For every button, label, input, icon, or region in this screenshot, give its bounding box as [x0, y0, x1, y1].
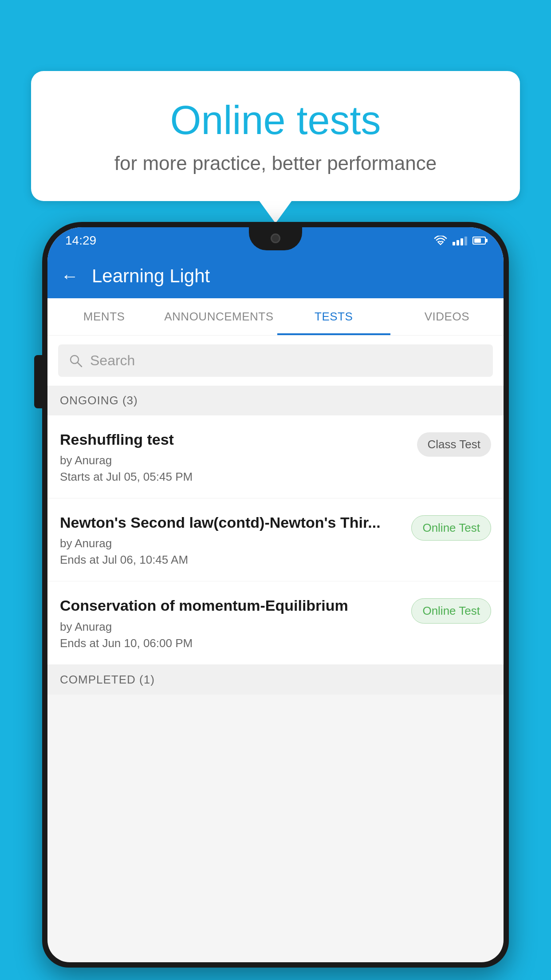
signal-icon	[453, 236, 467, 245]
search-container: Search	[47, 336, 504, 386]
test-badge-3: Online Test	[411, 598, 491, 624]
ongoing-section-header: ONGOING (3)	[47, 386, 504, 415]
test-time-2: Ends at Jul 06, 10:45 AM	[60, 553, 402, 567]
completed-section-header: COMPLETED (1)	[47, 665, 504, 695]
search-placeholder: Search	[90, 352, 135, 369]
wifi-icon	[434, 236, 447, 245]
speech-bubble-subtitle: for more practice, better performance	[67, 152, 484, 174]
phone-screen: 14:29	[47, 227, 504, 962]
app-title: Learning Light	[92, 265, 210, 287]
test-badge-2: Online Test	[411, 515, 491, 541]
test-list: Reshuffling test by Anurag Starts at Jul…	[47, 415, 504, 665]
tab-ments[interactable]: MENTS	[47, 298, 161, 335]
back-button[interactable]: ←	[61, 266, 79, 286]
speech-bubble-title: Online tests	[67, 98, 484, 143]
speech-bubble: Online tests for more practice, better p…	[31, 71, 520, 201]
tabs-container: MENTS ANNOUNCEMENTS TESTS VIDEOS	[47, 298, 504, 336]
speech-bubble-container: Online tests for more practice, better p…	[31, 71, 520, 201]
status-icons	[434, 236, 486, 245]
test-time-1: Starts at Jul 05, 05:45 PM	[60, 470, 408, 484]
status-time: 14:29	[65, 233, 96, 248]
phone-container: 14:29	[42, 222, 509, 980]
test-name-3: Conservation of momentum-Equilibrium	[60, 596, 402, 615]
test-time-3: Ends at Jun 10, 06:00 PM	[60, 636, 402, 650]
tab-tests[interactable]: TESTS	[277, 298, 390, 335]
test-info-3: Conservation of momentum-Equilibrium by …	[60, 596, 411, 650]
test-item-1[interactable]: Reshuffling test by Anurag Starts at Jul…	[47, 415, 504, 498]
battery-icon	[472, 237, 486, 245]
test-name-2: Newton's Second law(contd)-Newton's Thir…	[60, 513, 402, 532]
test-item-2[interactable]: Newton's Second law(contd)-Newton's Thir…	[47, 498, 504, 581]
search-bar[interactable]: Search	[58, 344, 493, 377]
battery-fill	[474, 238, 481, 243]
test-author-3: by Anurag	[60, 620, 402, 634]
phone-notch	[249, 227, 302, 250]
test-info-2: Newton's Second law(contd)-Newton's Thir…	[60, 513, 411, 567]
test-badge-1: Class Test	[417, 432, 491, 457]
status-bar: 14:29	[47, 227, 504, 254]
test-item-3[interactable]: Conservation of momentum-Equilibrium by …	[47, 581, 504, 664]
search-icon	[69, 354, 83, 368]
phone-frame: 14:29	[42, 222, 509, 968]
camera	[271, 233, 280, 243]
app-header: ← Learning Light	[47, 254, 504, 298]
svg-line-1	[78, 363, 82, 367]
test-author-1: by Anurag	[60, 454, 408, 467]
test-author-2: by Anurag	[60, 537, 402, 550]
tab-videos[interactable]: VIDEOS	[390, 298, 504, 335]
test-info-1: Reshuffling test by Anurag Starts at Jul…	[60, 430, 417, 484]
tab-announcements[interactable]: ANNOUNCEMENTS	[161, 298, 277, 335]
test-name-1: Reshuffling test	[60, 430, 408, 449]
